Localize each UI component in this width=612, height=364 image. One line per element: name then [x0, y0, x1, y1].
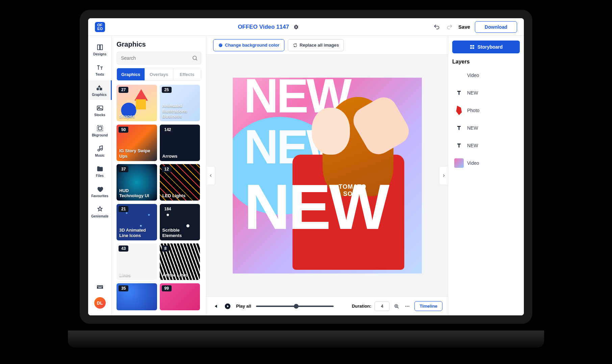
canvas[interactable]: NEW NEW TOMATOSOUP NEW: [233, 78, 422, 274]
redo-icon[interactable]: [445, 23, 454, 31]
svg-point-19: [220, 44, 220, 45]
search-icon[interactable]: [192, 55, 198, 61]
rail-graphics[interactable]: Graphics: [88, 80, 112, 100]
svg-rect-30: [472, 47, 474, 49]
scrubber[interactable]: [256, 306, 334, 307]
tab-overlays[interactable]: Overlays: [145, 68, 173, 80]
svg-rect-15: [102, 286, 102, 287]
topbar: OFEO OFFEO Video 1147 Save Download: [88, 18, 524, 36]
svg-rect-12: [99, 286, 99, 287]
card-3d-line[interactable]: 213D Animated Line Icons: [117, 204, 157, 240]
svg-rect-28: [472, 45, 474, 47]
save-button[interactable]: Save: [458, 24, 470, 30]
text-icon: [454, 123, 464, 133]
svg-rect-7: [98, 127, 101, 130]
layer-new-1[interactable]: NEW: [452, 86, 520, 100]
layer-photo[interactable]: Photo: [452, 103, 520, 118]
card-extra-1[interactable]: 35: [117, 283, 157, 310]
svg-rect-0: [97, 45, 99, 50]
project-title[interactable]: OFFEO Video 1147: [238, 24, 289, 30]
card-extra-2[interactable]: 99: [160, 283, 200, 310]
video-icon: [454, 71, 464, 80]
right-panel: Storyboard Layers Video NEW Photo: [448, 36, 524, 315]
graphics-grid[interactable]: 27Shapes 25Animated Illustrations Busine…: [117, 85, 201, 311]
rail-designs[interactable]: Designs: [88, 40, 112, 59]
search-input[interactable]: [117, 52, 201, 64]
svg-rect-27: [470, 45, 472, 47]
skip-start-icon[interactable]: [212, 303, 219, 310]
card-hud[interactable]: 37HUD Technology UI: [117, 164, 157, 201]
layer-new-2[interactable]: NEW: [452, 121, 520, 135]
card-arrows[interactable]: 142Arrows: [160, 125, 200, 161]
svg-point-24: [406, 306, 407, 307]
next-scene-button[interactable]: [439, 166, 448, 185]
card-led[interactable]: 12LED Lights: [160, 164, 200, 201]
text-icon: [454, 141, 464, 150]
svg-point-17: [193, 56, 197, 60]
svg-point-18: [219, 43, 223, 47]
card-anime-lines[interactable]: 8Anime Lines: [160, 243, 200, 280]
play-icon[interactable]: [224, 303, 231, 310]
rail-stocks[interactable]: Stocks: [88, 101, 112, 120]
more-icon[interactable]: [404, 303, 411, 310]
video-thumb: [454, 158, 464, 168]
rail-geniemate[interactable]: Geniemate: [88, 202, 112, 222]
settings-gear-icon[interactable]: [292, 23, 300, 31]
svg-rect-3: [100, 88, 102, 90]
photo-thumb: [454, 106, 464, 115]
svg-point-9: [100, 148, 102, 150]
svg-point-26: [409, 306, 410, 307]
duration-input[interactable]: [375, 302, 389, 311]
svg-rect-14: [101, 286, 101, 287]
svg-point-2: [97, 88, 99, 90]
panel-title: Graphics: [117, 41, 201, 48]
layers-title: Layers: [452, 59, 520, 65]
text-icon: [454, 88, 464, 98]
undo-icon[interactable]: [433, 23, 441, 31]
svg-point-25: [407, 306, 408, 307]
timeline-button[interactable]: Timeline: [414, 301, 442, 311]
playbar: Play all Duration: Timeline: [206, 296, 448, 315]
canvas-text-3[interactable]: NEW: [244, 180, 410, 234]
rail-favourites[interactable]: Favourites: [88, 182, 112, 201]
svg-point-21: [220, 45, 220, 46]
svg-rect-10: [97, 285, 103, 289]
card-ig-swipe[interactable]: 50IG Story Swipe Ups: [117, 125, 157, 161]
duration-label: Duration:: [352, 304, 372, 309]
panel-tabs: Graphics Overlays Effects: [117, 68, 201, 81]
rail-background[interactable]: Bkground: [88, 121, 112, 140]
replace-images-button[interactable]: Replace all images: [288, 39, 344, 51]
left-rail: Designs Texts Graphics Stocks: [88, 36, 112, 315]
layer-new-3[interactable]: NEW: [452, 138, 520, 153]
download-button[interactable]: Download: [475, 21, 517, 33]
svg-rect-13: [100, 286, 100, 287]
storyboard-button[interactable]: Storyboard: [452, 41, 520, 53]
prev-scene-button[interactable]: [206, 166, 215, 185]
svg-point-20: [221, 44, 222, 45]
svg-rect-29: [470, 47, 472, 49]
layer-video-top[interactable]: Video: [452, 68, 520, 82]
keyboard-icon[interactable]: [96, 283, 104, 291]
rail-texts[interactable]: Texts: [88, 60, 112, 80]
svg-rect-11: [98, 286, 98, 287]
svg-rect-6: [97, 125, 103, 131]
card-lines[interactable]: 43Lines: [117, 243, 157, 280]
svg-rect-16: [98, 287, 102, 288]
rail-music[interactable]: Music: [88, 141, 112, 161]
card-scribble[interactable]: 184Scribble Elements: [160, 204, 200, 240]
app-logo[interactable]: OFEO: [95, 22, 105, 32]
play-all-label: Play all: [236, 304, 251, 309]
change-bg-button[interactable]: Change background color: [213, 39, 284, 51]
canvas-wrap: NEW NEW TOMATOSOUP NEW: [206, 55, 448, 296]
layer-video-bg[interactable]: Video: [452, 156, 520, 170]
zoom-icon[interactable]: [393, 303, 400, 310]
canvas-area: Change background color Replace all imag…: [206, 36, 448, 315]
svg-rect-1: [100, 45, 102, 50]
user-avatar[interactable]: DL: [94, 297, 106, 309]
canvas-toolbar: Change background color Replace all imag…: [206, 36, 448, 55]
tab-graphics[interactable]: Graphics: [117, 68, 145, 80]
card-shapes[interactable]: 27Shapes: [117, 85, 157, 121]
rail-files[interactable]: Files: [88, 161, 112, 181]
card-animated-illustrations[interactable]: 25Animated Illustrations Business: [160, 85, 200, 121]
tab-effects[interactable]: Effects: [173, 68, 201, 80]
